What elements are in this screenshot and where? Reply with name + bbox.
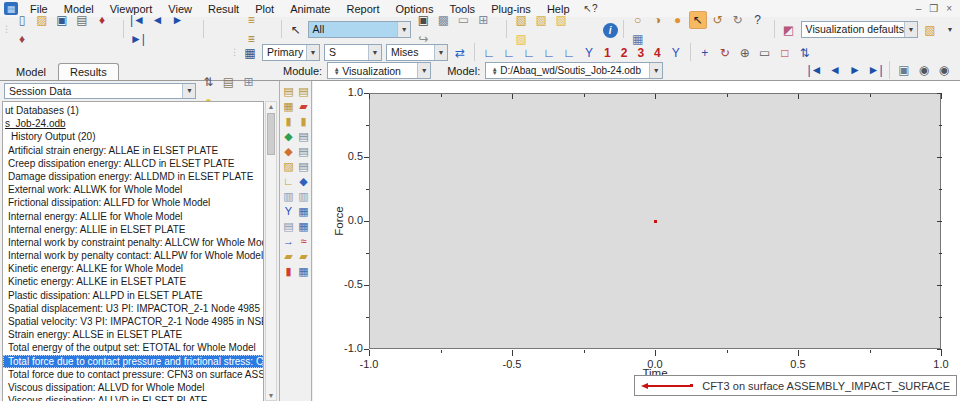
selection-filter-combo[interactable]: All▼ — [308, 21, 412, 38]
tab-model[interactable]: Model — [4, 63, 58, 80]
chevron-down-icon[interactable]: ▼ — [417, 63, 430, 78]
result-steps-icon[interactable]: ▦ — [282, 100, 296, 113]
pan-view-icon[interactable]: + — [696, 44, 714, 62]
snapshot-icon[interactable]: ◉ — [935, 61, 953, 79]
table-blue-icon[interactable]: ▦ — [297, 205, 311, 218]
box-dropdown-icon[interactable]: ▧ — [921, 21, 939, 39]
ramp-orange-icon[interactable]: ◆ — [282, 145, 296, 158]
chevron-down-icon[interactable]: ▼ — [368, 45, 381, 60]
tree-item[interactable]: External work: ALLWK for Whole Model — [3, 183, 263, 196]
scroll-up-icon[interactable]: ▲ — [266, 103, 276, 110]
session-data-combo[interactable]: Session Data▼ — [4, 83, 196, 99]
fit-view-icon[interactable]: □ — [776, 44, 794, 62]
contour-bars-icon[interactable]: ▮ — [282, 115, 296, 128]
triad-view-icon[interactable]: Y — [580, 44, 598, 62]
table-blue-2-icon[interactable]: ▦ — [297, 220, 311, 233]
field-output-dialog-icon[interactable]: ▦ — [241, 44, 259, 62]
colorbar-chart-icon[interactable]: ▮ — [282, 265, 296, 278]
tree-item[interactable]: Total energy of the output set: ETOTAL f… — [3, 341, 263, 354]
toolbar-grip[interactable]: ⋮ — [230, 47, 238, 57]
checklist-3-icon[interactable]: ▤ — [297, 160, 311, 173]
chevron-down-icon[interactable]: ▼ — [904, 22, 917, 37]
save-icon[interactable]: ▣ — [53, 11, 71, 29]
tree-item[interactable]: Internal work by penalty contact: ALLPW … — [3, 249, 263, 262]
palette-icon[interactable]: ◩ — [780, 21, 798, 39]
contour-stack-icon[interactable]: ▮ — [297, 115, 311, 128]
table-blue-3-icon[interactable]: ▦ — [297, 265, 311, 278]
tree-item[interactable]: Total force due to contact pressure: CFN… — [3, 368, 263, 381]
magnify-view-icon[interactable]: ⊕ — [736, 44, 754, 62]
defaults-combo[interactable]: Visualization defaults▼ — [801, 21, 918, 38]
dashed-region-icon[interactable]: ▭ — [454, 11, 472, 29]
rainbow-ramp-icon[interactable]: ◆ — [282, 130, 296, 143]
chart-legend[interactable]: CFT3 on surface ASSEMBLY_IMPACT_SURFACE — [634, 375, 957, 396]
object-stack-icon[interactable]: ▩ — [434, 11, 452, 29]
menu-report[interactable]: Report — [338, 2, 387, 16]
swap-variables-icon[interactable]: ⇄ — [451, 44, 469, 62]
tree-item[interactable]: Strain energy: ALLSE in ELSET PLATE — [3, 328, 263, 341]
axis-arrow-icon[interactable]: → — [282, 235, 296, 248]
next-frame-icon[interactable]: ► — [168, 11, 186, 29]
previous-frame-icon[interactable]: ◄ — [148, 11, 166, 29]
clipboard-film-icon[interactable]: ▥ — [282, 190, 296, 203]
chevron-down-icon[interactable]: ▼ — [434, 45, 447, 60]
scroll-down-icon[interactable]: ▼ — [266, 392, 276, 399]
dot-icon[interactable]: ● — [669, 11, 687, 29]
tree-item[interactable]: Internal energy: ALLIE for Whole Model — [3, 210, 263, 223]
view-cube-shaded-icon[interactable]: ▧ — [552, 11, 570, 29]
gold-ribbon-icon[interactable]: ▰ — [282, 250, 296, 263]
view-yz-icon[interactable]: ∟ — [540, 44, 558, 62]
next-frame-icon[interactable]: ► — [846, 61, 864, 79]
gold-steps-icon[interactable]: ▨ — [282, 160, 296, 173]
checklist-1-icon[interactable]: ▤ — [297, 130, 311, 143]
stamp-gray-icon[interactable]: ♦ — [13, 30, 31, 48]
tree-item[interactable]: Viscous dissipation: ALLVD for Whole Mod… — [3, 381, 263, 394]
tree-item[interactable]: Spatial displacement: U3 PI: IMPACTOR_2-… — [3, 302, 263, 315]
first-frame-icon[interactable]: |◄ — [128, 11, 146, 29]
checklist-2-icon[interactable]: ▤ — [297, 145, 311, 158]
tree-item[interactable]: Spatial velocity: V3 PI: IMPACTOR_2-1 No… — [3, 315, 263, 328]
tree-item[interactable]: Kinetic energy: ALLKE in ELSET PLATE — [3, 275, 263, 288]
film-icon[interactable]: ▥ — [297, 190, 311, 203]
ramp-blue-icon[interactable]: ◆ — [297, 175, 311, 188]
triad-apply-icon[interactable]: Y — [667, 44, 685, 62]
restore-button[interactable]: ❐ — [929, 3, 938, 14]
position-combo[interactable]: Primary▼ — [262, 44, 320, 61]
spectrum-icon[interactable]: ▰ — [297, 100, 311, 113]
spin-view-icon[interactable]: ◉ — [915, 61, 933, 79]
tree-item[interactable]: Internal work by constraint penalty: ALL… — [3, 236, 263, 249]
tree-item[interactable]: Plastic dissipation: ALLPD in ELSET PLAT… — [3, 289, 263, 302]
view-cube-hidden-icon[interactable]: ▧ — [532, 11, 550, 29]
tree-item[interactable]: Viscous dissipation: ALLVD in ELSET PLAT… — [3, 394, 263, 401]
open-file-icon[interactable]: ▨ — [33, 11, 51, 29]
last-frame-icon[interactable]: ►| — [128, 30, 146, 48]
tree-item[interactable]: ut Databases (1) — [3, 104, 263, 117]
redo-icon[interactable]: ↻ — [729, 11, 747, 29]
ellipse-outline-icon[interactable]: ○ — [629, 11, 647, 29]
rotate-view-icon[interactable]: ↻ — [716, 44, 734, 62]
view-xy-icon[interactable]: ∟ — [480, 44, 498, 62]
active-tool-icon[interactable]: ↖ — [689, 11, 707, 29]
minimize-button[interactable]: – — [916, 3, 922, 14]
measure-icon[interactable]: ⊞ — [474, 11, 492, 29]
query-user-icon[interactable]: ? — [749, 11, 767, 29]
previous-frame-icon[interactable]: ◄ — [826, 61, 844, 79]
scroll-thumb[interactable] — [267, 113, 275, 155]
tree-item[interactable]: Creep dissipation energy: ALLCD in ELSET… — [3, 157, 263, 170]
view-number-2[interactable]: 2 — [616, 46, 633, 60]
spinner-icon[interactable]: ▲▼ — [332, 67, 341, 75]
invariant-combo[interactable]: Mises▼ — [386, 44, 448, 61]
legend-numbers-icon[interactable]: ▤ — [282, 85, 296, 98]
view-zy-icon[interactable]: ∟ — [560, 44, 578, 62]
tree-item[interactable]: Damage dissipation energy: ALLDMD in ELS… — [3, 170, 263, 183]
cycle-views-icon[interactable]: ⇅ — [796, 44, 814, 62]
info-icon[interactable]: i — [603, 23, 618, 38]
grid-icon[interactable]: ⊞ — [239, 73, 257, 91]
variable-combo[interactable]: S▼ — [324, 44, 382, 61]
spin-updown-icon[interactable]: ⇅ — [199, 73, 217, 91]
tree-scrollbar[interactable]: ▲ ▼ — [265, 101, 277, 401]
triad-icon[interactable]: Y — [282, 205, 296, 218]
tree-item[interactable]: Frictional dissipation: ALLFD for Whole … — [3, 196, 263, 209]
tree-item[interactable]: Internal energy: ALLIE in ELSET PLATE — [3, 223, 263, 236]
view-xz-icon[interactable]: ∟ — [500, 44, 518, 62]
